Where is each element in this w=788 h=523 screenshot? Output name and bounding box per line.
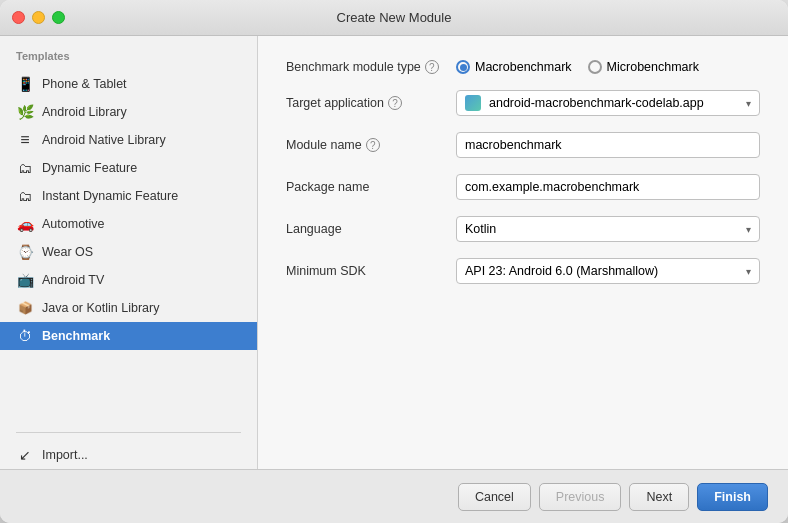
automotive-icon: 🚗 — [16, 215, 34, 233]
dynamic-feature-icon: 🗂 — [16, 159, 34, 177]
dialog: Create New Module Templates 📱 Phone & Ta… — [0, 0, 788, 523]
microbenchmark-radio[interactable] — [588, 60, 602, 74]
benchmark-icon: ⏱ — [16, 327, 34, 345]
target-application-label: Target application ? — [286, 96, 446, 110]
minimize-button[interactable] — [32, 11, 45, 24]
sidebar-item-label: Automotive — [42, 217, 105, 231]
sidebar-item-phone-tablet[interactable]: 📱 Phone & Tablet — [0, 70, 257, 98]
sidebar-item-benchmark[interactable]: ⏱ Benchmark — [0, 322, 257, 350]
sidebar-item-android-library[interactable]: 🌿 Android Library — [0, 98, 257, 126]
benchmark-type-help-icon[interactable]: ? — [425, 60, 439, 74]
min-sdk-dropdown-arrow: ▾ — [746, 266, 751, 277]
target-app-help-icon[interactable]: ? — [388, 96, 402, 110]
microbenchmark-option[interactable]: Microbenchmark — [588, 60, 699, 74]
content: Templates 📱 Phone & Tablet 🌿 Android Lib… — [0, 36, 788, 469]
macrobenchmark-option[interactable]: Macrobenchmark — [456, 60, 572, 74]
sidebar-divider — [16, 432, 241, 433]
app-icon-shape — [465, 95, 481, 111]
minimum-sdk-dropdown[interactable]: API 23: Android 6.0 (Marshmallow) ▾ — [456, 258, 760, 284]
android-native-library-icon: ≡ — [16, 131, 34, 149]
app-icon — [465, 95, 483, 111]
benchmark-module-type-row: Benchmark module type ? Macrobenchmark M… — [286, 60, 760, 74]
module-name-input[interactable] — [456, 132, 760, 158]
sidebar-item-dynamic-feature[interactable]: 🗂 Dynamic Feature — [0, 154, 257, 182]
sidebar-item-label: Dynamic Feature — [42, 161, 137, 175]
sidebar-item-instant-dynamic-feature[interactable]: 🗂 Instant Dynamic Feature — [0, 182, 257, 210]
sidebar-item-android-native-library[interactable]: ≡ Android Native Library — [0, 126, 257, 154]
wear-os-icon: ⌚ — [16, 243, 34, 261]
traffic-lights — [12, 11, 65, 24]
close-button[interactable] — [12, 11, 25, 24]
sidebar-section-label: Templates — [0, 44, 257, 70]
sidebar-item-label: Android TV — [42, 273, 104, 287]
maximize-button[interactable] — [52, 11, 65, 24]
cancel-button[interactable]: Cancel — [458, 483, 531, 511]
dialog-title: Create New Module — [337, 10, 452, 25]
target-application-dropdown[interactable]: android-macrobenchmark-codelab.app ▾ — [456, 90, 760, 116]
sidebar-item-automotive[interactable]: 🚗 Automotive — [0, 210, 257, 238]
dropdown-arrow: ▾ — [746, 98, 751, 109]
benchmark-module-type-label: Benchmark module type ? — [286, 60, 446, 74]
sidebar-item-wear-os[interactable]: ⌚ Wear OS — [0, 238, 257, 266]
phone-tablet-icon: 📱 — [16, 75, 34, 93]
android-library-icon: 🌿 — [16, 103, 34, 121]
package-name-row: Package name — [286, 174, 760, 200]
package-name-input[interactable] — [456, 174, 760, 200]
sidebar-item-android-tv[interactable]: 📺 Android TV — [0, 266, 257, 294]
benchmark-type-radio-group: Macrobenchmark Microbenchmark — [456, 60, 699, 74]
sidebar-item-label: Instant Dynamic Feature — [42, 189, 178, 203]
footer: Cancel Previous Next Finish — [0, 469, 788, 523]
main-form: Benchmark module type ? Macrobenchmark M… — [258, 36, 788, 469]
language-dropdown[interactable]: Kotlin ▾ — [456, 216, 760, 242]
import-icon: ↙ — [16, 446, 34, 464]
previous-button[interactable]: Previous — [539, 483, 622, 511]
module-name-row: Module name ? — [286, 132, 760, 158]
minimum-sdk-row: Minimum SDK API 23: Android 6.0 (Marshma… — [286, 258, 760, 284]
title-bar: Create New Module — [0, 0, 788, 36]
sidebar-item-label: Java or Kotlin Library — [42, 301, 159, 315]
sidebar-item-label: Wear OS — [42, 245, 93, 259]
package-name-label: Package name — [286, 180, 446, 194]
minimum-sdk-label: Minimum SDK — [286, 264, 446, 278]
sidebar-bottom: ↙ Import... — [0, 424, 257, 469]
module-name-help-icon[interactable]: ? — [366, 138, 380, 152]
language-dropdown-arrow: ▾ — [746, 224, 751, 235]
language-label: Language — [286, 222, 446, 236]
sidebar-item-label: Phone & Tablet — [42, 77, 127, 91]
sidebar-item-import[interactable]: ↙ Import... — [0, 441, 257, 469]
instant-dynamic-feature-icon: 🗂 — [16, 187, 34, 205]
finish-button[interactable]: Finish — [697, 483, 768, 511]
sidebar-item-label: Android Library — [42, 105, 127, 119]
module-name-label: Module name ? — [286, 138, 446, 152]
sidebar-item-label: Android Native Library — [42, 133, 166, 147]
target-application-row: Target application ? android-macrobenchm… — [286, 90, 760, 116]
language-row: Language Kotlin ▾ — [286, 216, 760, 242]
sidebar-item-label: Benchmark — [42, 329, 110, 343]
android-tv-icon: 📺 — [16, 271, 34, 289]
java-kotlin-icon: 📦 — [16, 299, 34, 317]
macrobenchmark-radio[interactable] — [456, 60, 470, 74]
sidebar: Templates 📱 Phone & Tablet 🌿 Android Lib… — [0, 36, 258, 469]
next-button[interactable]: Next — [629, 483, 689, 511]
sidebar-item-label: Import... — [42, 448, 88, 462]
sidebar-item-java-kotlin-library[interactable]: 📦 Java or Kotlin Library — [0, 294, 257, 322]
